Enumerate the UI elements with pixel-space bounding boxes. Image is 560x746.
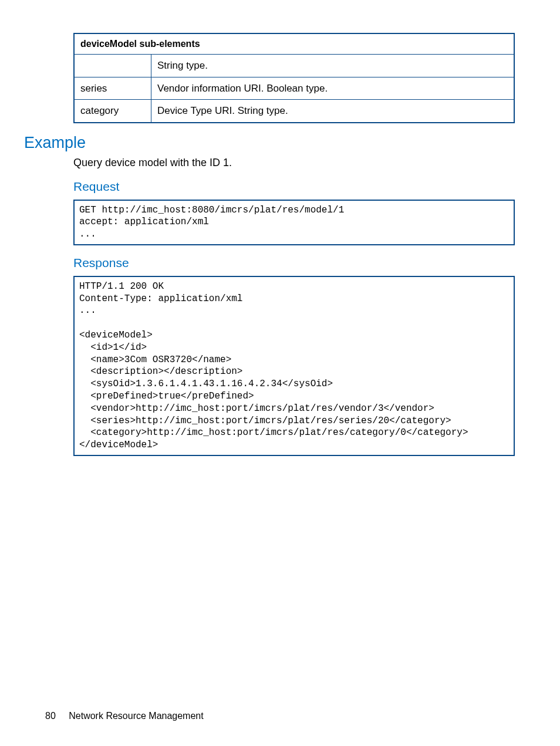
section-title: Network Resource Management bbox=[69, 711, 203, 721]
table-row: category Device Type URI. String type. bbox=[74, 100, 514, 123]
table-val: String type. bbox=[151, 55, 515, 77]
table-header: deviceModel sub-elements bbox=[74, 33, 514, 55]
page-number: 80 bbox=[45, 711, 56, 721]
page-footer: 80 Network Resource Management bbox=[45, 711, 204, 721]
response-code-block: HTTP/1.1 200 OK Content-Type: applicatio… bbox=[73, 276, 515, 456]
table-key bbox=[74, 55, 151, 77]
request-heading: Request bbox=[73, 180, 515, 194]
table-val: Device Type URI. String type. bbox=[151, 100, 515, 123]
table-row: String type. bbox=[74, 55, 514, 77]
response-heading: Response bbox=[73, 256, 515, 270]
table-key: category bbox=[74, 100, 151, 123]
example-heading: Example bbox=[24, 134, 515, 152]
devicemodel-subelements-table: deviceModel sub-elements String type. se… bbox=[73, 33, 515, 123]
example-description: Query device model with the ID 1. bbox=[73, 157, 515, 169]
request-code-block: GET http://imc_host:8080/imcrs/plat/res/… bbox=[73, 200, 515, 245]
table-key: series bbox=[74, 77, 151, 100]
table-val: Vendor information URI. Boolean type. bbox=[151, 77, 515, 100]
table-row: series Vendor information URI. Boolean t… bbox=[74, 77, 514, 100]
